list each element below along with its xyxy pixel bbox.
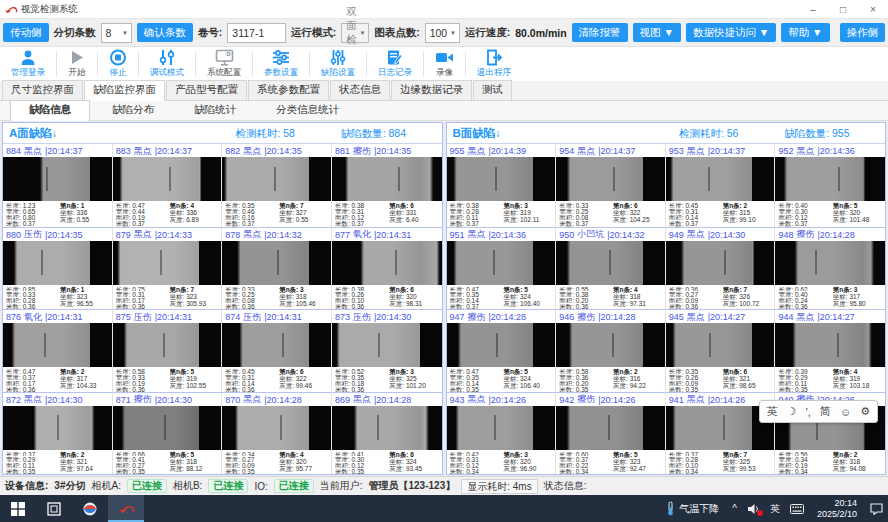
defect-image[interactable] bbox=[222, 406, 331, 450]
tool-system-button[interactable]: 系统配置 bbox=[196, 47, 252, 81]
maximize-button[interactable]: □ bbox=[828, 0, 858, 18]
defect-image[interactable] bbox=[222, 241, 331, 285]
ime-lang-toggle[interactable]: 英 bbox=[767, 404, 778, 419]
tab-状态信息[interactable]: 状态信息 bbox=[330, 80, 390, 100]
subtab-缺陷统计[interactable]: 缺陷统计 bbox=[176, 101, 254, 120]
volume-icon[interactable] bbox=[742, 495, 765, 522]
defect-image[interactable] bbox=[447, 406, 556, 450]
taskbar-clock[interactable]: 20:14 2025/2/10 bbox=[809, 498, 865, 520]
tab-缺陷监控界面[interactable]: 缺陷监控界面 bbox=[84, 80, 165, 101]
view-menu-button[interactable]: 视图 ▼ bbox=[633, 23, 681, 42]
ime-punctuation-toggle[interactable]: ’, bbox=[805, 406, 811, 418]
defect-cell[interactable]: 873压伤|20:14:30长度: 0.52宽度: 0.35面积: 0.18米数… bbox=[332, 309, 442, 392]
tool-params-button[interactable]: 参数设置 bbox=[253, 47, 309, 81]
defect-cell[interactable]: 879黑点|20:14:33长度: 0.75宽度: 0.31面积: 0.17米数… bbox=[113, 227, 223, 310]
defect-cell[interactable]: 878黑点|20:14:32长度: 0.33宽度: 0.25面积: 0.08米数… bbox=[222, 227, 332, 310]
help-menu-button[interactable]: 帮助 ▼ bbox=[781, 23, 829, 42]
defect-cell[interactable]: 869黑点|20:14:28长度: 0.41宽度: 0.30面积: 0.12米数… bbox=[332, 392, 442, 475]
defect-cell[interactable]: 955黑点|20:14:39长度: 0.38宽度: 0.28面积: 0.11米数… bbox=[447, 144, 557, 227]
ime-emoji-icon[interactable]: ☺ bbox=[840, 406, 851, 418]
taskbar-app-remote-icon[interactable] bbox=[72, 495, 108, 522]
defect-cell[interactable]: 883黑点|20:14:37长度: 0.47宽度: 0.44面积: 0.19米数… bbox=[113, 144, 223, 227]
defect-image[interactable] bbox=[666, 323, 775, 367]
weather-widget[interactable]: 气温下降 bbox=[658, 495, 727, 522]
defect-cell[interactable]: 874压伤|20:14:31长度: 0.45宽度: 0.31面积: 0.14米数… bbox=[222, 309, 332, 392]
tab-尺寸监控界面[interactable]: 尺寸监控界面 bbox=[2, 80, 83, 100]
run-mode-select[interactable]: 双面检测 ▾ bbox=[341, 23, 369, 43]
tool-defect-button[interactable]: 缺陷设置 bbox=[310, 47, 366, 81]
subtab-缺陷分布[interactable]: 缺陷分布 bbox=[94, 101, 172, 120]
defect-image[interactable] bbox=[332, 406, 442, 450]
defect-cell[interactable]: 882黑点|20:14:35长度: 0.35宽度: 0.46面积: 0.16米数… bbox=[222, 144, 332, 227]
tool-debug-button[interactable]: 调试模式 bbox=[139, 47, 195, 81]
drive-side-button[interactable]: 传动侧 bbox=[3, 23, 49, 42]
defect-image[interactable] bbox=[3, 323, 112, 367]
defect-cell[interactable]: 870黑点|20:14:28长度: 0.34宽度: 0.27面积: 0.09米数… bbox=[222, 392, 332, 475]
defect-image[interactable] bbox=[447, 323, 556, 367]
defect-cell[interactable]: 954黑点|20:14:37长度: 0.33宽度: 0.25面积: 0.08米数… bbox=[556, 144, 666, 227]
defect-cell[interactable]: 952黑点|20:14:36长度: 0.40宽度: 0.30面积: 0.12米数… bbox=[775, 144, 885, 227]
defect-image[interactable] bbox=[113, 241, 222, 285]
ime-simplified-toggle[interactable]: 简 bbox=[820, 404, 831, 419]
defect-cell[interactable]: 943黑点|20:14:26长度: 0.42宽度: 0.31面积: 0.12米数… bbox=[447, 392, 557, 475]
tray-expand-chevron[interactable]: ^ bbox=[727, 495, 742, 522]
tab-系统参数配置[interactable]: 系统参数配置 bbox=[248, 80, 329, 100]
subtab-分类信息统计[interactable]: 分类信息统计 bbox=[258, 101, 357, 120]
tool-user-button[interactable]: 管理登录 bbox=[0, 47, 56, 81]
ime-language-indicator[interactable]: 英 bbox=[765, 495, 785, 522]
defect-cell[interactable]: 880压伤|20:14:35长度: 0.85宽度: 0.33面积: 0.28米数… bbox=[3, 227, 113, 310]
subtab-缺陷信息[interactable]: 缺陷信息 bbox=[10, 100, 90, 121]
defect-cell[interactable]: 949黑点|20:14:30长度: 0.36宽度: 0.27面积: 0.09米数… bbox=[666, 227, 776, 310]
defect-cell[interactable]: 876氧化|20:14:31长度: 0.47宽度: 0.37面积: 0.17米数… bbox=[3, 309, 113, 392]
defect-image[interactable] bbox=[332, 241, 442, 285]
slit-count-select[interactable]: 8 ▾ bbox=[101, 23, 132, 43]
defect-image[interactable] bbox=[3, 157, 112, 201]
ime-moon-icon[interactable]: ☽ bbox=[787, 405, 797, 418]
ime-toolbar[interactable]: 英☽’,简☺⚙ bbox=[759, 400, 878, 423]
tool-play-button[interactable]: 开始 bbox=[57, 47, 97, 81]
defect-image[interactable] bbox=[666, 241, 775, 285]
tool-exit-button[interactable]: 退出程序 bbox=[466, 47, 522, 81]
tab-边缘数据记录[interactable]: 边缘数据记录 bbox=[391, 80, 472, 100]
defect-cell[interactable]: 948擦伤|20:14:28长度: 0.62宽度: 0.40面积: 0.24米数… bbox=[775, 227, 885, 310]
tool-record-button[interactable]: 录像 bbox=[424, 47, 465, 81]
defect-image[interactable] bbox=[447, 241, 556, 285]
tool-log-button[interactable]: 日志记录 bbox=[367, 47, 423, 81]
ime-settings-icon[interactable]: ⚙ bbox=[860, 405, 870, 418]
defect-image[interactable] bbox=[113, 406, 222, 450]
defect-image[interactable] bbox=[332, 157, 442, 201]
defect-image[interactable] bbox=[556, 323, 665, 367]
chart-points-select[interactable]: 100 ▾ bbox=[425, 23, 460, 43]
touch-keyboard-icon[interactable] bbox=[785, 495, 809, 522]
defect-image[interactable] bbox=[222, 323, 331, 367]
task-view-button[interactable] bbox=[36, 495, 72, 522]
defect-cell[interactable]: 942擦伤|20:14:26长度: 0.60宽度: 0.37面积: 0.22米数… bbox=[556, 392, 666, 475]
minimize-button[interactable]: – bbox=[798, 0, 828, 18]
defect-cell[interactable]: 945黑点|20:14:27长度: 0.35宽度: 0.26面积: 0.09米数… bbox=[666, 309, 776, 392]
defect-image[interactable] bbox=[775, 323, 885, 367]
defect-cell[interactable]: 950小凹坑|20:14:32长度: 0.55宽度: 0.38面积: 0.20米… bbox=[556, 227, 666, 310]
defect-cell[interactable]: 871擦伤|20:14:30长度: 0.66宽度: 0.41面积: 0.27米数… bbox=[113, 392, 223, 475]
defect-image[interactable] bbox=[3, 406, 112, 450]
defect-image[interactable] bbox=[775, 157, 885, 201]
operator-side-button[interactable]: 操作侧 bbox=[840, 23, 886, 42]
defect-image[interactable] bbox=[113, 157, 222, 201]
taskbar-app-vision-icon[interactable]: ⤺ bbox=[108, 495, 144, 522]
tab-产品型号配置[interactable]: 产品型号配置 bbox=[166, 80, 247, 100]
roll-number-input[interactable]: 3117-1 bbox=[227, 23, 285, 43]
defect-cell[interactable]: 884黑点|20:14:37长度: 1.23宽度: 0.65面积: 0.80米数… bbox=[3, 144, 113, 227]
defect-image[interactable] bbox=[666, 157, 775, 201]
defect-image[interactable] bbox=[447, 157, 556, 201]
defect-image[interactable] bbox=[332, 323, 442, 367]
defect-image[interactable] bbox=[556, 406, 665, 450]
close-button[interactable]: × bbox=[858, 0, 888, 18]
confirm-count-button[interactable]: 确认条数 bbox=[137, 23, 193, 42]
defect-image[interactable] bbox=[113, 323, 222, 367]
defect-image[interactable] bbox=[556, 157, 665, 201]
action-center-icon[interactable] bbox=[865, 495, 888, 522]
defect-cell[interactable]: 946擦伤|20:14:28长度: 0.58宽度: 0.36面积: 0.20米数… bbox=[556, 309, 666, 392]
defect-image[interactable] bbox=[3, 241, 112, 285]
tab-测试[interactable]: 测试 bbox=[473, 80, 512, 100]
clear-alarm-button[interactable]: 清除报警 bbox=[572, 23, 628, 42]
data-quick-access-button[interactable]: 数据快捷访问 ▼ bbox=[686, 23, 776, 42]
